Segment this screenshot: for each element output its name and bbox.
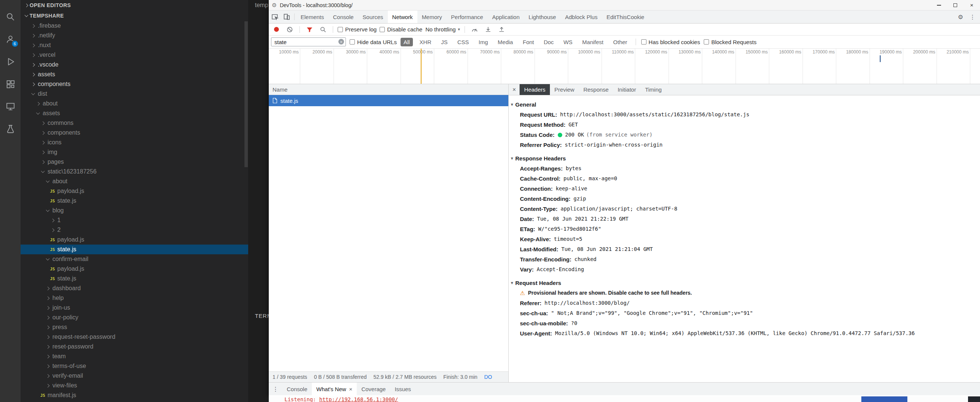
drawer-tab[interactable]: Coverage × bbox=[357, 383, 390, 395]
tree-item[interactable]: JS state.js bbox=[21, 274, 248, 283]
tree-item[interactable]: JS .netlify bbox=[21, 31, 248, 40]
resource-type-chip[interactable]: Doc bbox=[541, 38, 557, 46]
maximize-button[interactable] bbox=[947, 0, 964, 10]
search-requests-icon[interactable] bbox=[318, 24, 328, 35]
drawer-tab[interactable]: What's New × bbox=[312, 383, 357, 395]
drawer-tab[interactable]: Issues × bbox=[390, 383, 415, 395]
tree-item[interactable]: JS components bbox=[21, 128, 248, 138]
preserve-log-checkbox[interactable]: Preserve log bbox=[338, 26, 377, 33]
remote-explorer-icon[interactable] bbox=[4, 100, 17, 113]
device-toolbar-icon[interactable] bbox=[282, 12, 292, 22]
headers-section-title[interactable]: ▾Request Headers bbox=[511, 277, 980, 288]
devtools-main-tab[interactable]: Console bbox=[329, 11, 358, 23]
tree-item[interactable]: JS payload.js bbox=[21, 186, 248, 196]
tree-item[interactable]: JS about bbox=[21, 177, 248, 186]
devtools-main-tab[interactable]: Lighthouse bbox=[524, 11, 560, 23]
drawer-menu-icon[interactable]: ⋮ bbox=[269, 386, 282, 393]
request-details-tab[interactable]: Headers bbox=[520, 84, 550, 95]
tree-item[interactable]: JS payload.js bbox=[21, 235, 248, 245]
hide-data-urls-checkbox[interactable]: Hide data URLs bbox=[350, 39, 397, 45]
tree-item[interactable]: JS request-reset-password bbox=[21, 332, 248, 342]
testing-icon[interactable] bbox=[4, 123, 17, 135]
extensions-icon[interactable] bbox=[4, 78, 17, 90]
tree-item[interactable]: JS .firebase bbox=[21, 21, 248, 31]
resource-type-chip[interactable]: Font bbox=[520, 38, 537, 46]
tree-item[interactable]: JS assets bbox=[21, 108, 248, 118]
more-options-icon[interactable]: ⋮ bbox=[967, 12, 978, 22]
tree-item[interactable]: JS reset-password bbox=[21, 342, 248, 351]
tree-item[interactable]: JS state.js bbox=[21, 196, 248, 206]
tree-item[interactable]: JS img bbox=[21, 147, 248, 157]
resource-type-chip[interactable]: Media bbox=[495, 38, 516, 46]
throttling-select[interactable]: No throttling ▾ bbox=[425, 26, 460, 33]
disable-cache-checkbox[interactable]: Disable cache bbox=[380, 26, 422, 33]
tree-item[interactable]: JS pages bbox=[21, 157, 248, 167]
devtools-main-tab[interactable]: Elements bbox=[296, 11, 329, 23]
tree-item[interactable]: JS manifest.js bbox=[21, 390, 248, 400]
tree-item[interactable]: JS .vercel bbox=[21, 50, 248, 60]
network-overview[interactable]: 10000 ms20000 ms30000 ms40000 ms50000 ms… bbox=[269, 49, 980, 84]
search-icon[interactable] bbox=[4, 11, 17, 23]
record-button[interactable] bbox=[271, 24, 282, 35]
drawer-tab[interactable]: Console × bbox=[282, 383, 312, 395]
resource-type-chip[interactable]: XHR bbox=[417, 38, 434, 46]
import-har-icon[interactable] bbox=[483, 24, 493, 35]
tree-item[interactable]: JS state.js bbox=[21, 245, 248, 254]
tree-item[interactable]: JS components bbox=[21, 79, 248, 89]
tree-item[interactable]: JS icons bbox=[21, 138, 248, 147]
close-button[interactable]: × bbox=[964, 0, 980, 10]
tree-item[interactable]: JS about bbox=[21, 99, 248, 108]
devtools-main-tab[interactable]: EditThisCookie bbox=[602, 11, 649, 23]
resource-type-chip[interactable]: JS bbox=[438, 38, 451, 46]
resource-type-chip[interactable]: Img bbox=[476, 38, 491, 46]
resource-type-chip[interactable]: WS bbox=[560, 38, 575, 46]
blocked-requests-checkbox[interactable]: Blocked Requests bbox=[704, 39, 757, 45]
tree-item[interactable]: JS our-policy bbox=[21, 313, 248, 322]
tree-item[interactable]: JS .vscode bbox=[21, 60, 248, 70]
tree-item[interactable]: JS help bbox=[21, 293, 248, 303]
devtools-main-tab[interactable]: Performance bbox=[447, 11, 488, 23]
has-blocked-cookies-checkbox[interactable]: Has blocked cookies bbox=[641, 39, 700, 45]
tree-item[interactable]: JS team bbox=[21, 351, 248, 361]
resource-type-chip[interactable]: Manifest bbox=[579, 38, 606, 46]
tree-item[interactable]: JS confirm-email bbox=[21, 254, 248, 264]
tree-item[interactable]: JS view-files bbox=[21, 381, 248, 390]
devtools-main-tab[interactable]: Application bbox=[488, 11, 524, 23]
devtools-main-tab[interactable]: Network bbox=[388, 11, 417, 23]
devtools-main-tab[interactable]: Memory bbox=[417, 11, 447, 23]
tree-item[interactable]: JS dist bbox=[21, 89, 248, 99]
tree-item[interactable]: JS dashboard bbox=[21, 283, 248, 293]
open-editors-section[interactable]: OPEN EDITORS bbox=[21, 0, 248, 11]
tree-item[interactable]: JS join-us bbox=[21, 303, 248, 313]
headers-section-title[interactable]: ▾Response Headers bbox=[511, 153, 980, 163]
request-row[interactable]: state.js bbox=[269, 95, 508, 106]
clear-filter-icon[interactable]: × bbox=[338, 39, 344, 44]
sidebar-scrollbar[interactable] bbox=[245, 21, 248, 167]
minimize-button[interactable] bbox=[931, 0, 947, 10]
devtools-main-tab[interactable]: Sources bbox=[358, 11, 388, 23]
headers-section-title[interactable]: ▾General bbox=[511, 99, 980, 109]
clear-button[interactable] bbox=[285, 24, 295, 35]
settings-gear-icon[interactable]: ⚙ bbox=[955, 12, 966, 22]
tree-item[interactable]: JS .nuxt bbox=[21, 40, 248, 50]
inspect-element-icon[interactable] bbox=[269, 12, 280, 22]
filter-toggle-icon[interactable] bbox=[304, 24, 315, 35]
run-debug-icon[interactable] bbox=[4, 55, 17, 68]
tree-item[interactable]: JS payload.js bbox=[21, 264, 248, 274]
tree-item[interactable]: JS press bbox=[21, 322, 248, 332]
resource-type-chip[interactable]: Other bbox=[610, 38, 630, 46]
tree-item[interactable]: JS 1 bbox=[21, 215, 248, 225]
name-column-header[interactable]: Name bbox=[269, 84, 508, 95]
tree-item[interactable]: JS blog bbox=[21, 206, 248, 215]
devtools-main-tab[interactable]: Adblock Plus bbox=[560, 11, 602, 23]
tree-item[interactable]: JS assets bbox=[21, 70, 248, 79]
tree-item[interactable]: JS terms-of-use bbox=[21, 361, 248, 371]
request-details-tab[interactable]: Response bbox=[579, 84, 613, 95]
request-details-tab[interactable]: Timing bbox=[641, 84, 666, 95]
resource-type-chip[interactable]: All bbox=[401, 38, 413, 46]
workspace-section[interactable]: TEMPSHARE bbox=[21, 11, 248, 21]
editor-tab-label[interactable]: temp bbox=[255, 2, 268, 9]
tree-item[interactable]: JS commons bbox=[21, 118, 248, 128]
request-details-tab[interactable]: Initiator bbox=[613, 84, 641, 95]
resource-type-chip[interactable]: CSS bbox=[455, 38, 472, 46]
